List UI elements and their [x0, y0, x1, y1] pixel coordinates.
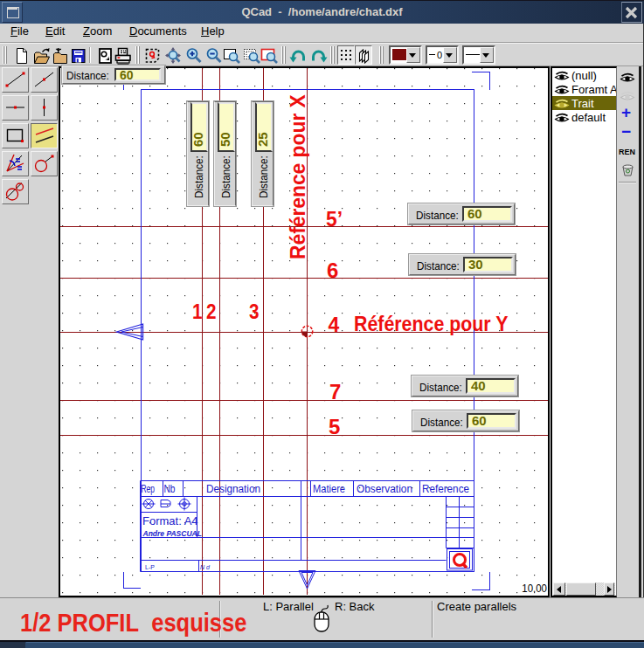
svg-text:Rep: Rep: [142, 483, 156, 495]
svg-text:Nb: Nb: [164, 483, 176, 495]
svg-text:Andre PASCUAL: Andre PASCUAL: [142, 529, 202, 538]
svg-text:Observation: Observation: [357, 483, 412, 495]
svg-text:Designation: Designation: [206, 483, 260, 495]
svg-text:Matiere: Matiere: [313, 483, 345, 495]
svg-text:Reference: Reference: [422, 483, 469, 495]
svg-text:N d: N d: [200, 564, 211, 570]
svg-text:L-P: L-P: [145, 564, 155, 570]
svg-text:Format: A4: Format: A4: [142, 514, 198, 527]
